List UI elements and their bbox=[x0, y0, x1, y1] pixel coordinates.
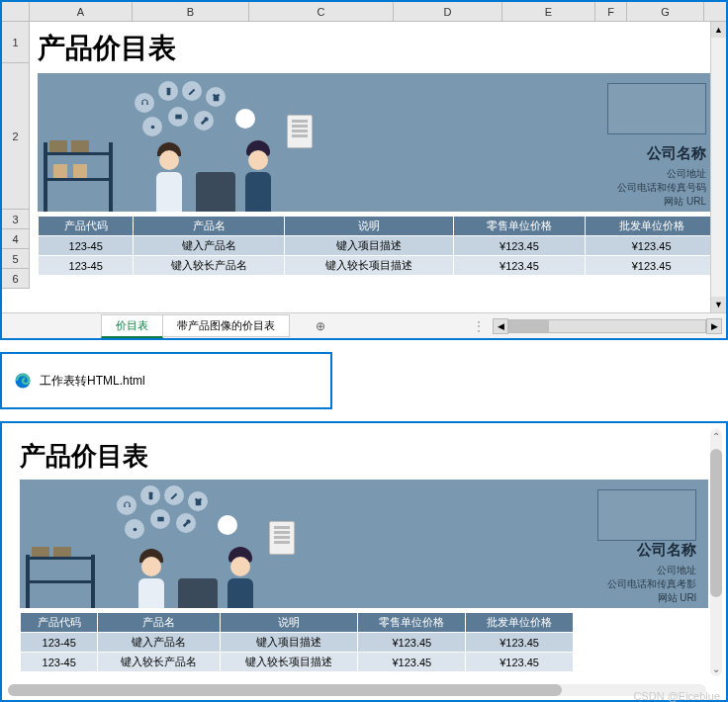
html-preview-window: 产品价目表 bbox=[0, 421, 728, 702]
col-E[interactable]: E bbox=[502, 2, 595, 21]
vertical-scrollbar[interactable]: ▲ ▼ bbox=[710, 22, 726, 312]
row-4[interactable]: 4 bbox=[2, 229, 30, 249]
wrench-icon bbox=[199, 116, 210, 127]
svg-rect-4 bbox=[148, 491, 152, 498]
col-C[interactable]: C bbox=[249, 2, 394, 21]
scroll-thumb[interactable] bbox=[710, 449, 722, 597]
scroll-thumb[interactable] bbox=[8, 684, 562, 696]
clipboard-icon bbox=[269, 521, 295, 555]
page-title: 产品价目表 bbox=[38, 30, 718, 67]
vertical-scrollbar[interactable]: ⌃ ⌄ bbox=[710, 429, 722, 676]
company-name: 公司名称 bbox=[607, 541, 696, 560]
gear-icon bbox=[147, 122, 158, 132]
scroll-left-icon[interactable]: ◀ bbox=[493, 318, 508, 334]
wrench-icon bbox=[181, 518, 192, 529]
col-G[interactable]: G bbox=[627, 2, 704, 21]
screen-icon bbox=[155, 514, 166, 525]
table-header-row: 产品代码 产品名 说明 零售单位价格 批发单位价格 bbox=[21, 613, 574, 633]
col-F[interactable]: F bbox=[595, 2, 627, 21]
th-name[interactable]: 产品名 bbox=[134, 217, 284, 236]
table-row: 123-45 键入较长产品名 键入较长项目描述 ¥123.45 ¥123.45 bbox=[21, 653, 574, 672]
scroll-up-icon[interactable]: ⌃ bbox=[712, 431, 720, 442]
scroll-down-icon[interactable]: ⌄ bbox=[712, 663, 720, 674]
table-row: 123-45 键入较长产品名 键入较长项目描述 ¥123.45 ¥123.45 bbox=[39, 256, 718, 276]
horizontal-scrollbar[interactable] bbox=[8, 684, 706, 696]
pencil-icon bbox=[169, 490, 180, 501]
horizontal-scrollbar[interactable] bbox=[508, 319, 706, 333]
company-name: 公司名称 bbox=[617, 144, 706, 163]
scroll-down-icon[interactable]: ▼ bbox=[711, 297, 726, 312]
th-desc[interactable]: 说明 bbox=[284, 217, 453, 236]
table-row: 123-45 键入产品名 键入项目描述 ¥123.45 ¥123.45 bbox=[39, 236, 718, 256]
row-2[interactable]: 2 bbox=[2, 63, 30, 210]
clipboard-icon bbox=[287, 115, 313, 148]
row-headers: 1 2 3 4 5 6 bbox=[2, 22, 30, 289]
price-table[interactable]: 产品代码 产品名 说明 零售单位价格 批发单位价格 123-45 键入产品名 键… bbox=[38, 216, 718, 276]
watermark: CSDN @Eiceblue bbox=[633, 690, 720, 702]
svg-rect-6 bbox=[157, 516, 163, 521]
sheet-tabs: 价目表 带产品图像的价目表 ⊕ ⋮ ◀ ▶ bbox=[2, 312, 726, 338]
sheet-content[interactable]: 产品价目表 bbox=[30, 22, 726, 280]
row-5[interactable]: 5 bbox=[2, 249, 30, 269]
company-address: 公司地址 bbox=[607, 564, 696, 577]
select-all-corner[interactable] bbox=[2, 2, 30, 21]
company-url: 网站 URl bbox=[607, 591, 696, 605]
phone-icon bbox=[145, 490, 156, 501]
table-header-row: 产品代码 产品名 说明 零售单位价格 批发单位价格 bbox=[39, 217, 718, 236]
row-3[interactable]: 3 bbox=[2, 210, 30, 229]
svg-point-5 bbox=[133, 527, 136, 531]
tab-pricelist[interactable]: 价目表 bbox=[101, 314, 163, 338]
price-table: 产品代码 产品名 说明 零售单位价格 批发单位价格 123-45 键入产品名 键… bbox=[20, 612, 574, 672]
gear-icon bbox=[130, 524, 140, 535]
headphones-icon bbox=[139, 98, 150, 109]
company-url: 网站 URL bbox=[617, 195, 706, 209]
tab-with-images[interactable]: 带产品图像的价目表 bbox=[162, 314, 290, 337]
shirt-icon bbox=[211, 92, 222, 103]
row-1[interactable]: 1 bbox=[2, 22, 30, 63]
html-content[interactable]: 产品价目表 bbox=[2, 423, 726, 684]
company-address: 公司地址 bbox=[617, 167, 706, 181]
screen-icon bbox=[173, 112, 184, 123]
browser-download-chip[interactable]: 工作表转HTML.html bbox=[0, 352, 332, 409]
scroll-up-icon[interactable]: ▲ bbox=[711, 22, 726, 38]
add-sheet-button[interactable]: ⊕ bbox=[309, 316, 332, 336]
col-D[interactable]: D bbox=[394, 2, 502, 21]
th-wholesale[interactable]: 批发单位价格 bbox=[586, 217, 718, 236]
shirt-icon bbox=[193, 496, 204, 507]
banner-image: 公司名称 公司地址 公司电话和传真号码 网站 URL bbox=[38, 73, 718, 212]
phone-icon bbox=[163, 86, 174, 97]
image-placeholder bbox=[597, 489, 696, 541]
company-phone: 公司电话和传真号码 bbox=[617, 181, 706, 195]
download-filename: 工作表转HTML.html bbox=[40, 373, 145, 390]
headphones-icon bbox=[122, 500, 133, 511]
svg-rect-2 bbox=[175, 114, 181, 119]
th-retail[interactable]: 零售单位价格 bbox=[453, 217, 586, 236]
row-6[interactable]: 6 bbox=[2, 269, 30, 289]
svg-rect-0 bbox=[166, 87, 170, 94]
column-headers: A B C D E F G bbox=[2, 2, 726, 22]
excel-window: A B C D E F G 1 2 3 4 5 6 产品价目表 bbox=[0, 0, 728, 340]
col-B[interactable]: B bbox=[133, 2, 249, 21]
svg-point-1 bbox=[150, 125, 154, 129]
th-code[interactable]: 产品代码 bbox=[39, 217, 134, 236]
image-placeholder bbox=[607, 83, 706, 134]
scroll-right-icon[interactable]: ▶ bbox=[706, 318, 722, 334]
edge-icon bbox=[14, 372, 32, 390]
company-phone: 公司电话和传真考影 bbox=[607, 577, 696, 591]
pencil-icon bbox=[187, 86, 198, 97]
banner-image: 公司名称 公司地址 公司电话和传真考影 网站 URl bbox=[20, 480, 708, 608]
page-title: 产品价目表 bbox=[20, 439, 708, 474]
table-row: 123-45 键入产品名 键入项目描述 ¥123.45 ¥123.45 bbox=[21, 633, 574, 653]
col-A[interactable]: A bbox=[30, 2, 133, 21]
